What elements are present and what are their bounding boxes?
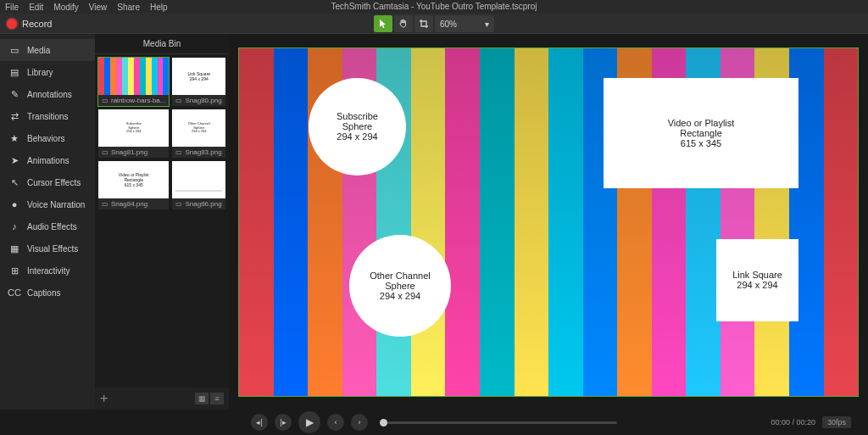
link-square[interactable]: Link Square 294 x 294: [716, 239, 798, 321]
sidebar-item-interactivity[interactable]: ⊞Interactivity: [0, 259, 95, 282]
media-bin: Media Bin ▭rainbow-bars-ba... Link Squar…: [95, 34, 229, 410]
sidebar-item-audio-effects[interactable]: ♪Audio Effects: [0, 215, 95, 237]
grid-view-button[interactable]: ▦: [195, 393, 209, 404]
media-thumb-rainbow[interactable]: ▭rainbow-bars-ba...: [98, 58, 169, 106]
prev-marker-button[interactable]: ‹: [327, 414, 344, 431]
record-label[interactable]: Record: [22, 19, 52, 29]
interactivity-icon: ⊞: [8, 265, 20, 276]
menubar: File Edit Modify View Share Help: [0, 0, 868, 14]
image-icon: ▭: [175, 200, 182, 208]
image-icon: ▭: [102, 200, 108, 208]
cursor-icon: [378, 19, 388, 29]
thumb-preview-text: Other Channel Sphere 294 x 294: [184, 113, 214, 143]
transitions-icon: ⇄: [8, 110, 20, 122]
menu-modify[interactable]: Modify: [53, 3, 78, 12]
playback-bar: ◂| |▸ ▶ ‹ › 00:00 / 00:20 30fps: [0, 410, 868, 435]
menu-file[interactable]: File: [5, 3, 19, 12]
video-playlist-rectangle[interactable]: Video or Playlist Rectangle 615 x 345: [604, 78, 798, 188]
record-icon[interactable]: [7, 19, 17, 29]
sidebar-item-label: Animations: [27, 156, 69, 165]
timecode: 00:00 / 00:20 30fps: [771, 416, 851, 428]
media-bin-title: Media Bin: [95, 34, 229, 54]
sidebar: ▭Media ▤Library ✎Annotations ⇄Transition…: [0, 34, 95, 410]
media-icon: ▭: [8, 44, 20, 56]
sidebar-item-captions[interactable]: CCCaptions: [0, 282, 95, 304]
zoom-dropdown[interactable]: 60% ▾: [435, 15, 494, 32]
menu-share[interactable]: Share: [117, 3, 140, 12]
media-thumb-snag80[interactable]: Link Square 294 x 294 ▭Snag80.png: [172, 58, 225, 106]
subscribe-sphere[interactable]: Subscribe Sphere 294 x 294: [309, 78, 406, 176]
media-thumb-snag84[interactable]: Video or Playlist Rectangle 615 x 345 ▭S…: [98, 161, 169, 209]
sidebar-item-behaviors[interactable]: ★Behaviors: [0, 127, 95, 149]
image-icon: ▭: [175, 148, 182, 156]
sidebar-item-label: Media: [27, 46, 50, 55]
audio-effects-icon: ♪: [8, 220, 20, 232]
pan-tool[interactable]: [394, 15, 413, 32]
canvas-toolbar: 60% ▾: [374, 14, 494, 34]
media-bin-grid: ▭rainbow-bars-ba... Link Square 294 x 29…: [95, 54, 229, 388]
select-tool[interactable]: [374, 15, 392, 32]
add-media-button[interactable]: +: [100, 391, 108, 406]
media-thumb-snag83[interactable]: Other Channel Sphere 294 x 294 ▭Snag83.p…: [172, 109, 225, 158]
menu-view[interactable]: View: [89, 3, 108, 12]
canvas[interactable]: Subscribe Sphere 294 x 294 Other Channel…: [239, 48, 858, 396]
sidebar-item-label: Voice Narration: [27, 200, 85, 209]
sidebar-item-label: Visual Effects: [27, 244, 78, 254]
sidebar-item-label: Interactivity: [27, 266, 70, 276]
sidebar-item-label: Captions: [27, 288, 60, 298]
zoom-value: 60%: [440, 20, 457, 29]
sidebar-item-transitions[interactable]: ⇄Transitions: [0, 105, 95, 127]
step-back-button[interactable]: |▸: [275, 414, 292, 431]
other-channel-sphere[interactable]: Other Channel Sphere 294 x 294: [349, 235, 451, 337]
time-display: 00:00 / 00:20: [771, 418, 815, 427]
menu-help[interactable]: Help: [150, 3, 168, 12]
thumb-preview-text: Link Square 294 x 294: [187, 71, 210, 81]
media-thumb-snag86[interactable]: ▭Snag86.png: [172, 161, 225, 209]
image-icon: ▭: [102, 97, 108, 104]
thumb-label: Snag83.png: [185, 148, 221, 156]
thumb-label: Snag81.png: [111, 148, 147, 156]
cursor-effects-icon: ↖: [8, 176, 20, 188]
sidebar-item-label: Cursor Effects: [27, 178, 81, 187]
sidebar-item-visual-effects[interactable]: ▦Visual Effects: [0, 237, 95, 259]
chevron-down-icon: ▾: [485, 20, 489, 29]
sidebar-item-library[interactable]: ▤Library: [0, 61, 95, 83]
scrubber[interactable]: [380, 421, 617, 424]
play-button[interactable]: ▶: [298, 411, 320, 433]
library-icon: ▤: [8, 66, 20, 78]
line-thumb-icon: [175, 190, 222, 192]
rainbow-thumb-icon: [98, 58, 169, 95]
media-bin-footer: + ▦ ≡: [95, 388, 229, 410]
thumb-label: rainbow-bars-ba...: [111, 97, 165, 104]
next-marker-button[interactable]: ›: [351, 414, 368, 431]
prev-frame-button[interactable]: ◂|: [251, 414, 268, 431]
captions-icon: CC: [8, 287, 20, 298]
sidebar-item-label: Audio Effects: [27, 222, 77, 231]
hand-icon: [398, 19, 409, 29]
sidebar-item-label: Transitions: [27, 112, 69, 121]
media-thumb-snag81[interactable]: Subscribe Sphere 294 x 294 ▭Snag81.png: [98, 109, 169, 158]
behaviors-icon: ★: [8, 132, 20, 144]
thumb-label: Snag80.png: [185, 97, 221, 104]
sidebar-item-annotations[interactable]: ✎Annotations: [0, 83, 95, 105]
thumb-label: Snag86.png: [185, 200, 221, 208]
sidebar-item-label: Library: [27, 68, 53, 77]
thumb-label: Snag84.png: [111, 200, 147, 208]
sidebar-item-voice-narration[interactable]: ●Voice Narration: [0, 193, 95, 215]
sidebar-item-animations[interactable]: ➤Animations: [0, 149, 95, 171]
visual-effects-icon: ▦: [8, 243, 20, 254]
voice-narration-icon: ●: [8, 198, 20, 210]
image-icon: ▭: [175, 97, 182, 104]
sidebar-item-cursor-effects[interactable]: ↖Cursor Effects: [0, 171, 95, 193]
sidebar-item-label: Behaviors: [27, 134, 64, 143]
canvas-area: Subscribe Sphere 294 x 294 Other Channel…: [229, 34, 868, 410]
crop-icon: [419, 19, 429, 29]
annotations-icon: ✎: [8, 88, 20, 100]
sidebar-item-media[interactable]: ▭Media: [0, 39, 95, 61]
fps-display[interactable]: 30fps: [822, 416, 851, 428]
image-icon: ▭: [102, 148, 108, 156]
crop-tool[interactable]: [415, 15, 433, 32]
thumb-preview-text: Video or Playlist Rectangle 615 x 345: [119, 172, 149, 187]
menu-edit[interactable]: Edit: [29, 3, 43, 12]
list-view-button[interactable]: ≡: [210, 393, 224, 404]
